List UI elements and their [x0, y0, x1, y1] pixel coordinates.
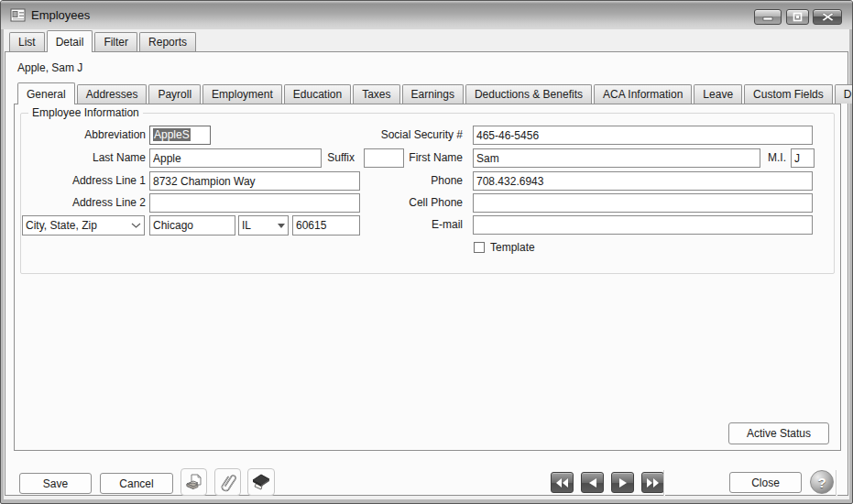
- dropdown-arrow-icon: [278, 224, 285, 228]
- tab-reports[interactable]: Reports: [139, 32, 196, 51]
- minimize-icon: [762, 13, 773, 21]
- address-line2-label: Address Line 2: [21, 193, 146, 213]
- suffix-label: Suffix: [281, 148, 355, 168]
- help-button[interactable]: ?: [810, 470, 834, 494]
- previous-record-icon: [589, 478, 596, 488]
- email-label: E-mail: [369, 215, 463, 235]
- main-tab-strip: List Detail Filter Reports: [9, 30, 198, 51]
- save-button[interactable]: Save: [19, 473, 92, 494]
- detail-tab-strip: General Addresses Payroll Employment Edu…: [17, 82, 853, 104]
- abbreviation-label: Abbreviation: [21, 126, 146, 145]
- phone-label: Phone: [369, 171, 463, 191]
- state-combo[interactable]: IL: [238, 215, 289, 236]
- tab-list[interactable]: List: [9, 32, 45, 51]
- tab-earnings[interactable]: Earnings: [402, 84, 464, 104]
- state-value: IL: [242, 219, 251, 232]
- template-checkbox[interactable]: [474, 242, 485, 253]
- tab-direct-deposit[interactable]: Direct Deposit: [835, 84, 853, 104]
- detail-page: Apple, Sam J General Addresses Payroll E…: [5, 51, 848, 496]
- cell-phone-label: Cell Phone: [369, 193, 463, 213]
- address-line1-label: Address Line 1: [21, 171, 146, 191]
- middle-initial-label: M.I.: [759, 148, 786, 168]
- address-book-icon: [251, 472, 271, 492]
- ssn-field[interactable]: [473, 126, 813, 145]
- employees-window: Employees List Detail Filter Reports App…: [0, 0, 853, 504]
- print-button[interactable]: [180, 468, 207, 496]
- first-record-icon: [556, 478, 568, 488]
- active-status-button[interactable]: Active Status: [728, 422, 829, 444]
- tab-leave[interactable]: Leave: [694, 84, 742, 104]
- close-window-button[interactable]: [813, 9, 842, 25]
- tab-addresses[interactable]: Addresses: [77, 84, 148, 104]
- previous-record-button[interactable]: [581, 472, 604, 493]
- tab-payroll[interactable]: Payroll: [148, 84, 201, 104]
- next-record-icon: [619, 478, 627, 488]
- first-name-label: First Name: [369, 148, 463, 168]
- attachment-button[interactable]: [214, 468, 241, 496]
- city-field[interactable]: [149, 215, 235, 236]
- ssn-label: Social Security #: [369, 126, 463, 145]
- last-record-icon: [647, 478, 659, 488]
- first-record-button[interactable]: [551, 472, 574, 493]
- selected-text: AppleS: [153, 128, 191, 141]
- last-name-label: Last Name: [21, 148, 146, 168]
- title-bar[interactable]: Employees: [1, 1, 852, 29]
- close-button[interactable]: Close: [729, 472, 802, 493]
- email-field[interactable]: [473, 215, 813, 235]
- attachment-icon: [220, 472, 236, 492]
- minimize-button[interactable]: [754, 9, 782, 25]
- restore-button[interactable]: [786, 9, 809, 25]
- address-format-combo[interactable]: City, State, Zip: [22, 215, 145, 236]
- address-format-value: City, State, Zip: [26, 219, 97, 232]
- window-title: Employees: [31, 8, 90, 22]
- first-name-field[interactable]: [473, 148, 760, 168]
- tab-aca-information[interactable]: ACA Information: [594, 84, 692, 104]
- address-line1-field[interactable]: [149, 171, 360, 191]
- footer-separator-2: [836, 470, 837, 496]
- tab-deductions-benefits[interactable]: Deductions & Benefits: [465, 84, 592, 104]
- middle-initial-field[interactable]: [791, 148, 815, 168]
- tab-general[interactable]: General: [17, 82, 75, 104]
- tab-filter[interactable]: Filter: [94, 32, 137, 51]
- dialog-content: List Detail Filter Reports Apple, Sam J …: [4, 29, 849, 499]
- employee-card-icon: [10, 7, 26, 23]
- template-label: Template: [490, 238, 554, 257]
- last-record-button[interactable]: [641, 472, 664, 493]
- tab-detail[interactable]: Detail: [47, 30, 93, 52]
- general-page: Employee Information Abbreviation AppleS…: [14, 104, 841, 451]
- restore-icon: [793, 12, 803, 22]
- cancel-button[interactable]: Cancel: [100, 473, 173, 494]
- record-name: Apple, Sam J: [17, 61, 82, 74]
- zip-field[interactable]: [292, 215, 360, 236]
- phone-field[interactable]: [473, 171, 813, 191]
- footer-separator: [663, 470, 664, 496]
- chevron-down-icon: [131, 223, 141, 228]
- abbreviation-field[interactable]: AppleS: [149, 126, 211, 145]
- tab-taxes[interactable]: Taxes: [353, 84, 399, 104]
- close-icon: [822, 12, 834, 22]
- tab-education[interactable]: Education: [284, 84, 351, 104]
- employee-information-group: Employee Information Abbreviation AppleS…: [20, 113, 835, 274]
- next-record-button[interactable]: [611, 472, 634, 493]
- tab-employment[interactable]: Employment: [202, 84, 282, 104]
- cell-phone-field[interactable]: [473, 193, 813, 213]
- print-icon: [185, 473, 203, 491]
- tab-custom-fields[interactable]: Custom Fields: [744, 84, 833, 104]
- group-title: Employee Information: [28, 106, 143, 119]
- address-line2-field[interactable]: [149, 193, 360, 213]
- address-book-button[interactable]: [247, 468, 275, 496]
